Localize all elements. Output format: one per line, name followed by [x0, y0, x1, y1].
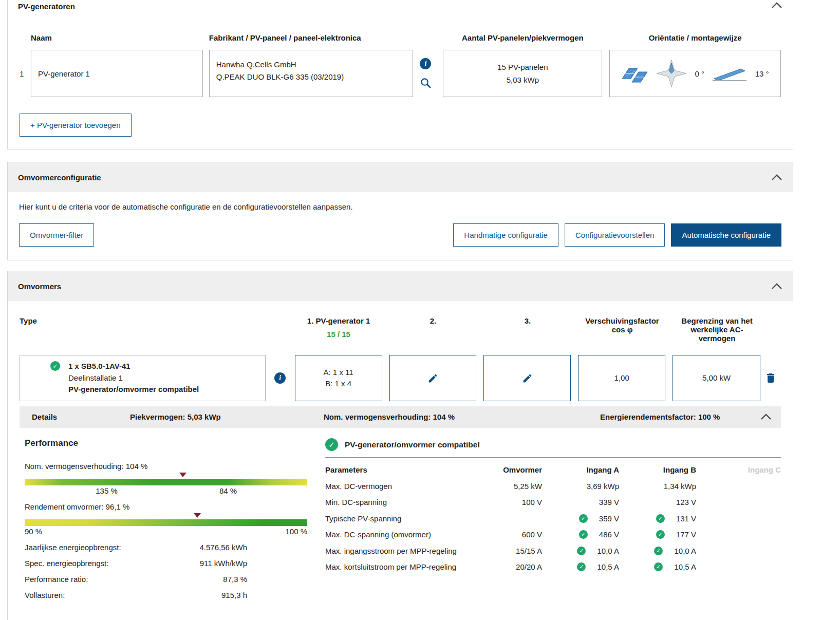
pv-generator-name-input[interactable]: PV-generator 1 — [31, 50, 203, 97]
check-circle-icon: ✓ — [656, 514, 665, 523]
orientation-field[interactable]: 0 ° 13 ° — [609, 50, 781, 97]
power-ratio-label: Nom. vermogensverhouding: 104 % — [25, 462, 310, 471]
string-b-config: B: 1 x 4 — [325, 378, 351, 390]
column-header-generator1: 1. PV-generator 1 15 / 15 — [295, 316, 382, 339]
specific-yield-label: Spec. energieopbrengst: — [25, 559, 173, 568]
power-ratio-gauge: 135 % 84 % — [25, 473, 307, 495]
column-header-inverter: Omvormer — [481, 465, 542, 474]
column-header-name: Naam — [31, 33, 203, 42]
check-circle-icon: ✓ — [325, 438, 338, 451]
peak-power-summary: Piekvermogen: 5,03 kWp — [130, 406, 221, 428]
table-row: Max. ingangsstroom per MPP-regeling 15/1… — [325, 543, 781, 559]
generator1-string-config-field[interactable]: A: 1 x 11 B: 1 x 4 — [295, 355, 382, 401]
azimuth-compass-icon — [657, 60, 686, 87]
column-header-ac-limit: Begrenzing van het werkelijke AC-vermoge… — [673, 316, 761, 343]
column-header-generator3: 3. — [484, 316, 571, 325]
add-pv-generator-button[interactable]: + PV-generator toevoegen — [20, 114, 132, 137]
column-header-generator2: 2. — [389, 316, 477, 325]
input-b-value: 10,5 A — [674, 562, 696, 571]
automatic-configuration-button[interactable]: Automatische configuratie — [671, 223, 781, 247]
column-header-input-b: Ingang B — [619, 465, 696, 474]
inverters-titlebar: Omvormers — [8, 271, 793, 301]
row-index: 1 — [20, 50, 31, 97]
energy-factor-summary: Energierendementsfactor: 100 % — [600, 406, 720, 428]
pv-generator-name-value: PV-generator 1 — [38, 69, 90, 78]
chevron-up-icon[interactable] — [771, 174, 782, 181]
inverter-row: ✓ 1 x SB5.0-1AV-41 Deelinstallatie 1 PV-… — [8, 355, 793, 401]
parameter-label: Max. DC-vermogen — [325, 482, 481, 491]
inverter-filter-button[interactable]: Omvormer-filter — [19, 223, 94, 247]
pv-generators-column-headers: Naam Fabrikant / PV-paneel / paneel-elek… — [8, 33, 793, 42]
section-inverters: Omvormers Type 1. PV-generator 1 15 / 15… — [7, 271, 793, 620]
gauge-marker-icon — [194, 513, 201, 518]
compatibility-panel: ✓ PV-generator/omvormer compatibel Param… — [325, 430, 781, 599]
inverter-efficiency-label: Rendement omvormer: 96,1 % — [25, 502, 310, 511]
inverter-image: ✓ — [28, 364, 58, 392]
inverters-column-headers: Type 1. PV-generator 1 15 / 15 2. 3. Ver… — [8, 316, 793, 350]
performance-ratio-row: Performance ratio: 87,3 % — [25, 575, 310, 584]
generator2-edit-field[interactable] — [389, 355, 477, 401]
column-header-input-c: Ingang C — [696, 465, 781, 474]
subinstallation-label: Deelinstallatie 1 — [68, 372, 199, 384]
peak-power: 5,03 kWp — [507, 73, 539, 87]
inverter-value: 600 V — [481, 530, 542, 539]
details-bar: Details Piekvermogen: 5,03 kWp Nom. verm… — [20, 406, 781, 428]
input-a-value: 359 V — [599, 514, 619, 523]
efficiency-gauge: 90 % 100 % — [25, 513, 307, 536]
inverter-type-field[interactable]: ✓ 1 x SB5.0-1AV-41 Deelinstallatie 1 PV-… — [20, 355, 266, 401]
full-load-hours-value: 915,3 h — [173, 591, 247, 599]
configuration-proposals-button[interactable]: Configuratievoorstellen — [565, 223, 665, 247]
cos-phi-field[interactable]: 1,00 — [578, 355, 665, 401]
pencil-icon — [427, 373, 438, 384]
column-header-manufacturer: Fabrikant / PV-paneel / paneel-elektroni… — [209, 33, 414, 42]
input-b-value: 1,34 kWp — [664, 482, 696, 491]
annual-yield-row: Jaarlijkse energieopbrengst: 4.576,56 kW… — [25, 543, 310, 552]
panel-count-field[interactable]: 15 PV-panelen 5,03 kWp — [443, 50, 602, 97]
compatibility-heading: ✓ PV-generator/omvormer compatibel — [325, 438, 781, 451]
gauge-marker-icon — [179, 473, 186, 477]
column-header-cos-phi: Verschuivingsfactor cos φ — [578, 316, 666, 334]
pencil-icon — [522, 373, 533, 384]
performance-ratio-value: 87,3 % — [173, 575, 247, 584]
trash-icon[interactable] — [764, 372, 777, 384]
check-circle-icon: ✓ — [50, 361, 60, 371]
info-icon[interactable]: i — [274, 372, 286, 384]
specific-yield-row: Spec. energieopbrengst: 911 kWh/kWp — [25, 559, 310, 568]
info-icon[interactable]: i — [420, 58, 431, 69]
input-a-value: 10,0 A — [597, 547, 619, 555]
inverter-value: 100 V — [481, 498, 542, 506]
panel-count: 15 PV-panelen — [497, 61, 548, 74]
table-row: Min. DC-spanning 100 V 339 V 123 V — [325, 494, 781, 511]
input-b-value: 177 V — [676, 530, 696, 539]
inverters-title: Omvormers — [18, 282, 61, 291]
pv-panel-select[interactable]: Hanwha Q.Cells GmbH Q.PEAK DUO BLK-G6 33… — [209, 50, 414, 97]
gauge-scale-left: 90 % — [25, 527, 42, 536]
power-ratio-summary: Nom. vermogensverhouding: 104 % — [324, 406, 455, 428]
input-a-value: 3,69 kWp — [587, 482, 619, 491]
panel-manufacturer: Hanwha Q.Cells GmbH — [216, 59, 406, 71]
column-header-count: Aantal PV-panelen/piekvermogen — [443, 33, 602, 42]
performance-ratio-label: Performance ratio: — [25, 575, 173, 584]
chevron-up-icon[interactable] — [771, 283, 782, 290]
azimuth-value: 0 ° — [695, 69, 704, 78]
manual-configuration-button[interactable]: Handmatige configuratie — [453, 223, 558, 247]
performance-panel: Performance Nom. vermogensverhouding: 10… — [20, 430, 310, 599]
pv-array-icon — [622, 64, 648, 83]
check-circle-icon: ✓ — [577, 562, 586, 571]
configuration-buttons: Omvormer-filter Handmatige configuratie … — [19, 223, 781, 247]
inverter-model: 1 x SB5.0-1AV-41 — [68, 361, 199, 372]
magnifier-icon[interactable] — [420, 77, 432, 89]
generator3-edit-field[interactable] — [483, 355, 571, 401]
full-load-hours-row: Vollasturen: 915,3 h — [25, 591, 310, 599]
generator1-string-count: 15 / 15 — [295, 330, 382, 339]
check-circle-icon: ✓ — [656, 530, 665, 539]
full-load-hours-label: Vollasturen: — [25, 591, 173, 599]
check-circle-icon: ✓ — [579, 514, 588, 523]
gauge-bar — [25, 519, 307, 526]
chevron-up-icon[interactable] — [771, 2, 782, 9]
inverter-configuration-title: Omvormerconfiguratie — [18, 173, 101, 182]
column-header-orientation: Oriëntatie / montagewijze — [609, 33, 781, 42]
chevron-up-icon[interactable] — [760, 414, 772, 420]
ac-limit-field[interactable]: 5,00 kW — [673, 355, 760, 401]
pv-generators-titlebar: PV-generatoren — [8, 0, 793, 11]
